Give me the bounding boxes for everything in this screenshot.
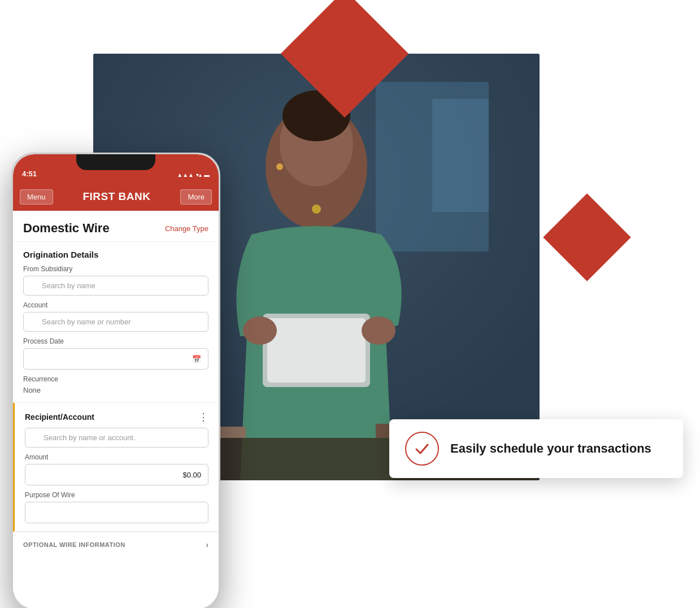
status-icons: ▲▲▲ ▾▴ ▬ [177, 172, 210, 178]
svg-point-11 [276, 163, 283, 170]
from-subsidiary-label: From Subsidiary [23, 265, 208, 273]
origination-title: Origination Details [23, 250, 208, 259]
recipient-section: Recipient/Account ⋮ 🔍 Search by name or … [13, 403, 219, 532]
wifi-icon: ▾▴ [196, 172, 202, 178]
main-scene: 4:51 ▲▲▲ ▾▴ ▬ Menu FIRST BANK More Domes… [0, 0, 700, 608]
purpose-input[interactable] [25, 502, 208, 523]
change-type-link[interactable]: Change Type [165, 224, 208, 233]
amount-label: Amount [25, 453, 208, 461]
page-title: Domestic Wire [23, 221, 110, 236]
recipient-title: Recipient/Account [25, 412, 94, 422]
more-button[interactable]: More [180, 189, 212, 205]
svg-point-10 [362, 316, 395, 345]
recurrence-value: None [23, 386, 208, 394]
recipient-header: Recipient/Account ⋮ [25, 411, 208, 423]
app-scroll-content: Domestic Wire Change Type Origination De… [13, 211, 219, 608]
checkmark-svg [414, 440, 431, 457]
bank-name-title: FIRST BANK [82, 190, 150, 203]
status-time: 4:51 [22, 170, 37, 178]
account-label: Account [23, 301, 208, 309]
svg-point-9 [243, 316, 277, 345]
process-date-input[interactable]: 📅 [23, 348, 208, 370]
more-options-icon[interactable]: ⋮ [198, 411, 208, 423]
phone-inner: 4:51 ▲▲▲ ▾▴ ▬ Menu FIRST BANK More Domes… [13, 154, 219, 608]
info-card-text: Easily schedule your transactions [450, 441, 651, 457]
recipient-search-wrapper: 🔍 Search by name or account. [25, 428, 208, 448]
diamond-accent-right [543, 193, 631, 281]
recipient-placeholder: Search by name or account. [44, 433, 136, 442]
optional-section[interactable]: OPTIONAL WIRE INFORMATION › [13, 532, 219, 557]
svg-rect-3 [432, 99, 489, 212]
account-input[interactable]: Search by name or number [23, 312, 208, 332]
chevron-down-icon: › [206, 540, 208, 549]
recurrence-field-label: Recurrence [23, 375, 208, 383]
phone-notch [76, 154, 155, 170]
from-subsidiary-placeholder: Search by name [42, 281, 95, 290]
svg-rect-8 [267, 318, 366, 383]
from-subsidiary-input[interactable]: Search by name [23, 276, 208, 296]
nav-bar: Menu FIRST BANK More [13, 183, 219, 211]
optional-label: OPTIONAL WIRE INFORMATION [23, 541, 125, 548]
recipient-search-input[interactable]: Search by name or account. [25, 428, 208, 448]
signal-icon: ▲▲▲ [177, 172, 194, 178]
page-header: Domestic Wire Change Type [13, 211, 219, 242]
recurrence-row: Recurrence None [23, 375, 208, 394]
battery-icon: ▬ [204, 172, 210, 178]
from-subsidiary-wrapper: 🔍 Search by name [23, 276, 208, 296]
info-card: Easily schedule your transactions [389, 419, 683, 478]
origination-section: Origination Details From Subsidiary 🔍 Se… [13, 242, 219, 403]
calendar-icon: 📅 [192, 355, 201, 363]
phone-mockup: 4:51 ▲▲▲ ▾▴ ▬ Menu FIRST BANK More Domes… [11, 153, 220, 608]
amount-input[interactable]: $0.00 [25, 464, 208, 485]
menu-button[interactable]: Menu [20, 189, 53, 205]
purpose-label: Purpose Of Wire [25, 491, 208, 499]
account-placeholder: Search by name or number [42, 318, 131, 326]
process-date-label: Process Date [23, 337, 208, 345]
svg-point-12 [312, 205, 321, 214]
account-wrapper: 🔍 Search by name or number [23, 312, 208, 332]
checkmark-circle [405, 432, 439, 466]
amount-value: $0.00 [182, 471, 201, 479]
